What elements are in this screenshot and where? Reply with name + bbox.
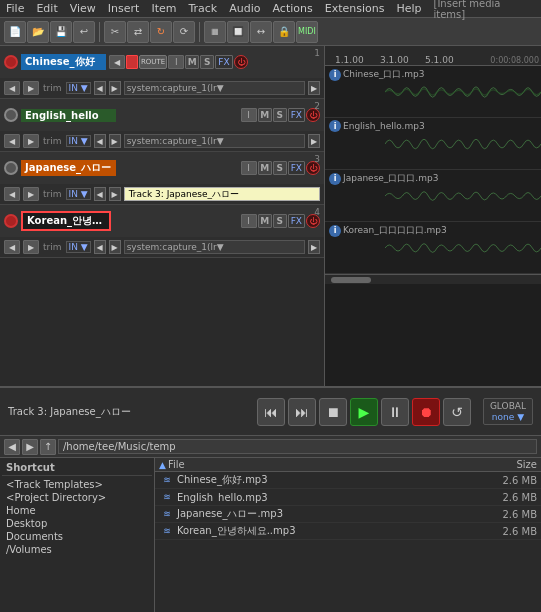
loop-btn[interactable]: ↔ [250,21,272,43]
track-1-trim[interactable]: trim [42,83,63,93]
col-name[interactable]: ▲ File [155,459,481,470]
menu-edit[interactable]: Edit [30,2,63,15]
track-3-in[interactable]: IN ▼ [66,188,91,200]
snap-btn[interactable]: 🔲 [227,21,249,43]
track-3-arr[interactable]: ◀ [94,187,106,201]
menu-view[interactable]: View [64,2,102,15]
track-1-power[interactable] [4,55,18,69]
track-3-name[interactable]: Japanese_ハロー [21,160,116,176]
tool-4[interactable]: ⟳ [173,21,195,43]
nav-up[interactable]: ↑ [40,439,56,455]
menu-audio[interactable]: Audio [223,2,266,15]
shortcut-documents[interactable]: Documents [2,530,152,543]
track-4-r2-r[interactable]: ▶ [23,240,39,254]
track-2-arr[interactable]: ◀ [94,134,106,148]
file-row-1[interactable]: ≋ Chinese_你好.mp3 2.6 MB [155,472,541,489]
record-btn[interactable]: ⏺ [412,398,440,426]
menu-actions[interactable]: Actions [267,2,319,15]
save-btn[interactable]: 💾 [50,21,72,43]
wave-track-3[interactable]: i Japanese_口口口.mp3 [325,170,541,222]
track-1-pow[interactable]: ⏻ [234,55,248,69]
play-btn[interactable]: ▶ [350,398,378,426]
file-row-2[interactable]: ≋ English_hello.mp3 2.6 MB [155,489,541,506]
file-row-4[interactable]: ≋ Korean_안녕하세요..mp3 2.6 MB [155,523,541,540]
track-4-power[interactable] [4,214,18,228]
track-2-name[interactable]: English_hello [21,109,116,122]
waveform-scrollbar[interactable] [325,274,541,284]
undo-btn[interactable]: ↩ [73,21,95,43]
shortcut-volumes[interactable]: /Volumes [2,543,152,556]
track-2-fx[interactable]: FX [288,108,305,122]
track-2-io[interactable]: I [241,108,257,122]
menu-insert[interactable]: Insert [102,2,146,15]
track-3-trim[interactable]: trim [42,189,63,199]
track-4-in[interactable]: IN ▼ [66,241,91,253]
track-4-m[interactable]: M [258,214,272,228]
track-1-r2-r[interactable]: ▶ [23,81,39,95]
track-2-sysr[interactable]: ▶ [308,134,320,148]
shortcut-home[interactable]: Home [2,504,152,517]
track-4-io[interactable]: I [241,214,257,228]
track-2-power[interactable] [4,108,18,122]
track-1-in[interactable]: IN ▼ [66,82,91,94]
track-3-m[interactable]: M [258,161,272,175]
tool-1[interactable]: ✂ [104,21,126,43]
loop-btn[interactable]: ↺ [443,398,471,426]
tool-2[interactable]: ⇄ [127,21,149,43]
grid-btn[interactable]: ▦ [204,21,226,43]
go-end-btn[interactable]: ⏭ [288,398,316,426]
track-4-sysr[interactable]: ▶ [308,240,320,254]
track-2-trim[interactable]: trim [42,136,63,146]
track-3-r2-l[interactable]: ◀ [4,187,20,201]
track-1-arr2[interactable]: ▶ [109,81,121,95]
menu-extensions[interactable]: Extensions [319,2,391,15]
track-3-power[interactable] [4,161,18,175]
track-3-fx[interactable]: FX [288,161,305,175]
track-4-trim[interactable]: trim [42,242,63,252]
track-2-in[interactable]: IN ▼ [66,135,91,147]
track-3-arr2[interactable]: ▶ [109,187,121,201]
menu-help[interactable]: Help [390,2,427,15]
track-1-s[interactable]: S [200,55,214,69]
shortcut-desktop[interactable]: Desktop [2,517,152,530]
wave-track-4[interactable]: i Korean_口口口口口.mp3 [325,222,541,274]
track-3-s[interactable]: S [273,161,287,175]
midi-btn[interactable]: MIDI [296,21,318,43]
menu-track[interactable]: Track [182,2,223,15]
go-start-btn[interactable]: ⏮ [257,398,285,426]
stop-btn[interactable]: ⏹ [319,398,347,426]
track-4-fx[interactable]: FX [288,214,305,228]
track-2-r2-r[interactable]: ▶ [23,134,39,148]
wave-track-1[interactable]: i Chinese_口口.mp3 [325,66,541,118]
track-3-r2-r[interactable]: ▶ [23,187,39,201]
track-1-r2-l[interactable]: ◀ [4,81,20,95]
tool-3[interactable]: ↻ [150,21,172,43]
track-4-s[interactable]: S [273,214,287,228]
track-1-sysr[interactable]: ▶ [308,81,320,95]
lock-btn[interactable]: 🔒 [273,21,295,43]
track-1-io[interactable]: I [168,55,184,69]
track-1-pan[interactable] [126,55,138,69]
track-3-io[interactable]: I [241,161,257,175]
menu-item[interactable]: Item [145,2,182,15]
new-btn[interactable]: 📄 [4,21,26,43]
track-1-name[interactable]: Chinese_你好 [21,54,106,70]
track-4-arr[interactable]: ◀ [94,240,106,254]
wave-track-2[interactable]: i English_hello.mp3 [325,118,541,170]
open-btn[interactable]: 📂 [27,21,49,43]
global-box[interactable]: GLOBALnone ▼ [483,398,533,426]
track-2-arr2[interactable]: ▶ [109,134,121,148]
shortcut-templates[interactable]: <Track Templates> [2,478,152,491]
track-1-arr[interactable]: ◀ [94,81,106,95]
track-2-m[interactable]: M [258,108,272,122]
file-row-3[interactable]: ≋ Japanese_ハロー.mp3 2.6 MB [155,506,541,523]
nav-next[interactable]: ▶ [22,439,38,455]
track-1-route[interactable]: ROUTE [139,55,167,69]
track-1-m[interactable]: M [185,55,199,69]
track-2-r2-l[interactable]: ◀ [4,134,20,148]
track-4-r2-l[interactable]: ◀ [4,240,20,254]
shortcut-project[interactable]: <Project Directory> [2,491,152,504]
col-size[interactable]: Size [481,459,541,470]
nav-prev[interactable]: ◀ [4,439,20,455]
pause-btn[interactable]: ⏸ [381,398,409,426]
